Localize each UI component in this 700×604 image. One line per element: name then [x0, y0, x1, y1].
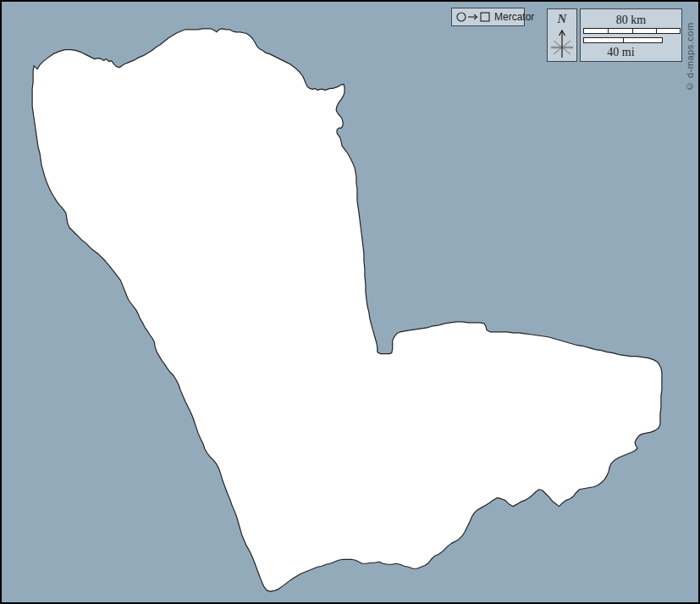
scale-tick: [608, 29, 609, 33]
scale-tick: [656, 29, 657, 33]
scale-box: 80 km 40 mi: [580, 8, 682, 62]
blank-map: [2, 2, 698, 602]
north-label: N: [548, 13, 576, 25]
north-arrow: [559, 30, 565, 58]
scale-km-label: 80 km: [581, 14, 681, 26]
scale-bar-mi: [583, 37, 663, 43]
scale-mi-label: 40 mi: [570, 47, 671, 58]
square-icon: [481, 13, 489, 21]
projection-badge: Mercator: [451, 8, 525, 26]
copyright-text: © d-maps.com: [685, 8, 695, 91]
arrow-right-icon: [468, 14, 477, 19]
scale-bar-km: [583, 28, 681, 34]
scale-tick: [623, 38, 624, 42]
projection-label: Mercator: [494, 11, 534, 23]
island-outline: [32, 29, 662, 591]
scale-tick: [632, 29, 633, 33]
projection-transform-icon: [456, 11, 491, 23]
map-canvas: Mercator N 80 km 40 mi © d-maps.com: [0, 0, 700, 604]
circle-icon: [457, 13, 466, 21]
